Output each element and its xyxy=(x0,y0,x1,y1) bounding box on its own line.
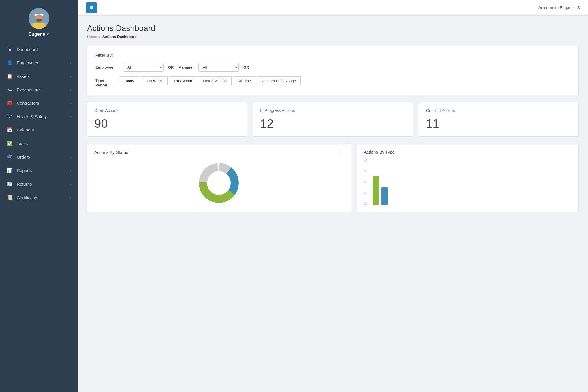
time-btn-this-month[interactable]: This Month xyxy=(169,76,197,85)
health-safety-icon: 🛡 xyxy=(7,114,13,119)
stat-card-open: Open Actions 90 xyxy=(87,102,247,137)
sidebar-item-label: Dashboard xyxy=(17,47,38,52)
or-label-1: OR xyxy=(168,65,174,69)
sidebar-item-label: Assets xyxy=(17,74,30,79)
nav-item-left: 🧰 Contractors xyxy=(7,100,39,106)
nav-item-left: 📅 Calendar xyxy=(7,127,34,133)
reports-icon: 📊 xyxy=(7,168,13,173)
sidebar-item-calendar[interactable]: 📅 Calendar xyxy=(0,123,78,137)
chart-status-more-button[interactable]: ⋮ xyxy=(338,150,344,155)
sidebar-item-label: Contractors xyxy=(17,101,39,105)
username-text: Eugene xyxy=(29,32,45,37)
time-btn-all-time[interactable]: All Time xyxy=(233,76,256,85)
sidebar-item-label: Health & Safety xyxy=(17,114,47,119)
time-period-label: TimePeriod xyxy=(95,76,119,88)
stat-card-in-progress: In Progress Actions 12 xyxy=(253,102,413,137)
sidebar-item-label: Returns xyxy=(17,182,32,186)
svg-point-10 xyxy=(207,171,230,195)
tasks-icon: ✅ xyxy=(7,141,13,146)
sidebar-item-label: Expenditure xyxy=(17,87,40,92)
dashboard-icon: 🖥 xyxy=(7,47,13,52)
sidebar-item-employees[interactable]: 👤 Employees ‹ xyxy=(0,56,78,69)
employees-icon: 👤 xyxy=(7,60,13,65)
sidebar-profile: Eugene ▼ xyxy=(0,0,78,43)
nav-item-left: 🏷 Expenditure xyxy=(7,87,40,92)
employee-label: Employee xyxy=(95,65,119,69)
sidebar-item-label: Employees xyxy=(17,60,38,65)
filter-section: Filter By: Employee All OR Manager All O… xyxy=(87,46,579,95)
avatar xyxy=(29,8,49,29)
or-label-2: OR xyxy=(243,65,249,69)
sidebar-item-returns[interactable]: 🔄 Returns ‹ xyxy=(0,177,78,191)
stat-title: On Hold Actions xyxy=(426,108,572,113)
nav-item-left: 📜 Certificates xyxy=(7,195,38,200)
time-btn-today[interactable]: Today xyxy=(119,76,139,85)
sidebar: Eugene ▼ 🖥 Dashboard 👤 Employees ‹ 📋 Ass… xyxy=(0,0,78,392)
returns-icon: 🔄 xyxy=(7,181,13,187)
nav-item-left: 🛡 Health & Safety xyxy=(7,114,47,119)
bar-item xyxy=(373,176,379,205)
nav-item-left: 📋 Assets xyxy=(7,74,30,79)
nav-item-left: 📊 Reports xyxy=(7,168,32,173)
employee-select[interactable]: All xyxy=(123,63,164,72)
chevron-icon: ‹ xyxy=(70,101,71,105)
sidebar-item-certificates[interactable]: 📜 Certificates ‹ xyxy=(0,191,78,204)
breadcrumb: Home / Actions Dashboard xyxy=(87,35,579,39)
actions-by-type-card: Actions By Type 40 35 30 25 20 xyxy=(357,144,579,212)
stat-value: 11 xyxy=(426,117,572,131)
contractors-icon: 🧰 xyxy=(7,100,13,106)
chevron-icon: ‹ xyxy=(70,182,71,186)
sidebar-item-reports[interactable]: 📊 Reports ‹ xyxy=(0,164,78,177)
nav-item-left: 🔄 Returns xyxy=(7,181,32,187)
welcome-text: Welcome to Engage - S xyxy=(537,5,580,10)
calendar-icon: 📅 xyxy=(7,127,13,133)
donut-chart xyxy=(94,160,344,206)
topbar: ≡ Welcome to Engage - S xyxy=(78,0,588,16)
sidebar-item-label: Calendar xyxy=(17,127,34,132)
time-btn-this-week[interactable]: This Week xyxy=(140,76,168,85)
assets-icon: 📋 xyxy=(7,74,13,79)
time-btn-custom-date-range[interactable]: Custom Date Range xyxy=(257,76,301,85)
bar-item xyxy=(381,187,388,205)
menu-toggle-button[interactable]: ≡ xyxy=(86,2,97,13)
sidebar-item-contractors[interactable]: 🧰 Contractors ‹ xyxy=(0,96,78,110)
certificates-icon: 📜 xyxy=(7,195,13,200)
stats-row: Open Actions 90 In Progress Actions 12 O… xyxy=(87,102,579,137)
chart-type-title: Actions By Type xyxy=(364,150,395,154)
hamburger-icon: ≡ xyxy=(90,5,93,11)
sidebar-item-health-safety[interactable]: 🛡 Health & Safety ‹ xyxy=(0,110,78,123)
manager-label: Manager xyxy=(179,65,194,69)
sidebar-item-label: Reports xyxy=(17,168,32,173)
sidebar-item-expenditure[interactable]: 🏷 Expenditure ‹ xyxy=(0,83,78,96)
sidebar-item-label: Tasks xyxy=(17,141,28,146)
chart-status-header: Actions By Status ⋮ xyxy=(94,150,344,155)
stat-value: 12 xyxy=(260,117,406,131)
sidebar-item-dashboard[interactable]: 🖥 Dashboard xyxy=(0,43,78,56)
stat-title: In Progress Actions xyxy=(260,108,406,113)
employee-filter-row: Employee All OR Manager All OR xyxy=(95,63,570,72)
sidebar-item-orders[interactable]: 🛒 Orders ‹ xyxy=(0,150,78,164)
manager-select[interactable]: All xyxy=(198,63,239,72)
bar-y-axis: 40 35 30 25 20 xyxy=(364,159,367,205)
nav-item-left: 🛒 Orders xyxy=(7,154,30,160)
chevron-down-icon: ▼ xyxy=(46,33,49,36)
sidebar-username[interactable]: Eugene ▼ xyxy=(29,32,50,37)
time-buttons-group: TodayThis WeekThis MonthLast 3 MonthsAll… xyxy=(119,76,301,86)
chevron-icon: ‹ xyxy=(70,155,71,159)
sidebar-item-assets[interactable]: 📋 Assets ‹ xyxy=(0,69,78,83)
stat-card-on-hold: On Hold Actions 11 xyxy=(419,102,579,137)
time-btn-last-3-months[interactable]: Last 3 Months xyxy=(198,76,232,85)
main-content: ≡ Welcome to Engage - S Actions Dashboar… xyxy=(78,0,588,392)
sidebar-item-tasks[interactable]: ✅ Tasks xyxy=(0,137,78,150)
breadcrumb-home[interactable]: Home xyxy=(87,35,97,39)
nav-item-left: 👤 Employees xyxy=(7,60,38,65)
chevron-icon: ‹ xyxy=(70,61,71,65)
page-title: Actions Dashboard xyxy=(87,24,579,33)
chevron-icon: ‹ xyxy=(70,75,71,78)
svg-rect-6 xyxy=(31,23,46,29)
sidebar-item-label: Orders xyxy=(17,154,30,159)
charts-row: Actions By Status ⋮ xyxy=(87,144,579,212)
stat-title: Open Actions xyxy=(94,108,240,113)
chevron-icon: ‹ xyxy=(70,88,71,91)
nav-item-left: 🖥 Dashboard xyxy=(7,47,38,52)
